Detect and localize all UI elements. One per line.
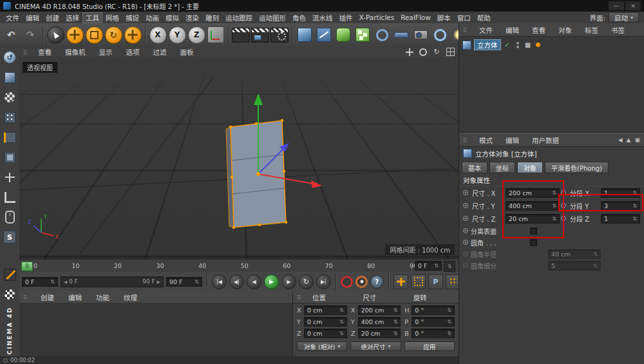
rotate-tool[interactable] [104,26,122,44]
position-y-field[interactable]: 0 cm [304,317,347,327]
menu-create[interactable]: 创建 [43,12,62,23]
anim-dot-icon[interactable] [561,190,566,195]
snap-button[interactable]: S [2,229,17,245]
material-menu-create[interactable]: 创建 [37,292,57,303]
next-frame-button[interactable] [281,274,296,289]
end-frame-field[interactable]: 90 F [166,277,202,287]
environment-button[interactable] [431,26,449,44]
loop-playback-button[interactable] [299,274,314,289]
previous-frame-button[interactable] [247,274,261,289]
viewport-menu-view[interactable]: 查看 [35,46,55,57]
render-settings-button[interactable] [270,26,289,44]
menu-edit[interactable]: 编辑 [23,12,43,23]
previous-key-button[interactable] [229,274,244,289]
panel-grip-icon[interactable] [23,293,30,301]
current-frame-field[interactable]: 0 F [22,277,58,287]
record-keyframe-button[interactable] [341,276,353,288]
pan-view-icon[interactable] [405,48,414,57]
panel-grip-icon[interactable] [463,136,469,144]
close-button[interactable]: × [625,1,641,10]
menu-simulate[interactable]: 模拟 [162,12,182,23]
panel-grip-icon[interactable] [463,26,469,34]
attr-size-x-field[interactable]: 200 cm [506,188,560,198]
tab-phong[interactable]: 平滑着色(Phong) [545,162,609,173]
menu-plugins[interactable]: 插件 [336,12,356,23]
om-menu-edit[interactable]: 编辑 [502,24,522,35]
fillet-checkbox[interactable] [530,239,537,246]
menu-character[interactable]: 角色 [289,12,309,23]
sculpt-brush-button[interactable] [2,267,17,282]
viewport-menu-cameras[interactable]: 摄像机 [62,46,89,57]
menu-realflow[interactable]: RealFlow [397,13,434,22]
lock-z-axis-button[interactable]: Z [187,26,205,44]
material-menu-texture[interactable]: 纹理 [120,292,140,303]
render-view-button[interactable] [232,26,250,44]
keyframe-help-button[interactable]: ? [370,275,384,289]
anim-dot-icon[interactable] [463,203,468,208]
scale-tool[interactable] [85,26,103,44]
size-y-field[interactable]: 400 cm [358,317,401,327]
object-list[interactable]: 立方体 ✓ ▦ [459,37,644,133]
rotate-view-icon[interactable]: ↻ [432,48,441,57]
goto-end-button[interactable] [316,274,331,289]
am-menu-mode[interactable]: 模式 [476,135,496,146]
tab-object[interactable]: 对象 [517,162,543,173]
apply-button[interactable]: 应用 [404,341,455,351]
play-button[interactable] [264,274,279,289]
autokey-button[interactable] [355,276,368,288]
points-mode-button[interactable] [2,110,17,125]
render-picture-viewer-button[interactable] [251,26,269,44]
viewport-solo-button[interactable] [2,209,17,225]
subdivision-surface-button[interactable] [334,26,352,44]
ruler-frame-spinner[interactable]: ⇅ [444,261,455,272]
material-menu-edit[interactable]: 编辑 [65,292,85,303]
polygons-mode-button[interactable] [2,149,17,165]
ruler-frame-field[interactable]: 0 F [415,261,442,271]
camera-button[interactable] [412,26,430,44]
menu-help[interactable]: 帮助 [474,12,494,23]
attr-segments-y-field[interactable]: 3 [601,201,640,211]
attr-segments-z-field[interactable]: 1 [601,214,640,224]
attr-size-y-field[interactable]: 400 cm [506,201,560,211]
om-menu-bookmarks[interactable]: 书签 [608,24,628,35]
menu-mograph[interactable]: 运动图形 [256,12,289,23]
edges-mode-button[interactable] [2,129,17,145]
om-menu-file[interactable]: 文件 [476,24,496,35]
am-menu-userdata[interactable]: 用户数据 [529,135,562,146]
material-menu-function[interactable]: 功能 [93,292,113,303]
minimize-button[interactable]: — [609,1,624,10]
panel-grip-icon[interactable] [297,293,303,301]
anim-dot-icon[interactable] [463,190,468,195]
om-menu-objects[interactable]: 对象 [555,24,575,35]
visibility-dots-icon[interactable] [514,41,522,49]
anim-dot-icon[interactable] [561,203,566,208]
om-menu-tags[interactable]: 标签 [582,24,601,35]
object-mode-dropdown[interactable]: 对象 (相对) [297,341,347,351]
interface-layout-dropdown[interactable]: 启动 [609,12,639,23]
goto-start-button[interactable] [212,274,227,289]
object-row-cube[interactable]: 立方体 ✓ ▦ [459,37,644,53]
menu-file[interactable]: 文件 [3,12,23,23]
frame-range-slider[interactable]: ◀ 0 F 90 F ▶ [61,276,164,287]
separate-surfaces-checkbox[interactable] [530,227,537,235]
record-scale-toggle[interactable] [411,274,426,289]
cloner-button[interactable] [354,26,372,44]
attr-segments-x-field[interactable]: 1 [601,188,640,198]
viewport-canvas[interactable]: Y X Z 透视视图 网格间距 : 1000 cm [19,57,459,259]
om-menu-view[interactable]: 查看 [529,24,549,35]
floor-button[interactable] [392,26,410,44]
last-used-tool-button[interactable] [124,26,142,44]
viewport-menu-display[interactable]: 显示 [96,46,116,57]
spline-pen-button[interactable] [315,26,333,44]
menu-animate[interactable]: 动画 [142,12,162,23]
spline-primitive-button[interactable] [373,26,391,44]
viewport-menu-filter[interactable]: 过滤 [150,46,170,57]
record-parameter-toggle[interactable]: P [428,274,443,289]
size-z-field[interactable]: 20 cm [358,329,401,338]
lock-y-axis-button[interactable]: Y [168,26,186,44]
rotation-h-field[interactable]: 0 ° [412,305,455,315]
toggle-views-icon[interactable] [446,48,455,57]
timeline-playhead[interactable]: 0 [21,262,33,271]
tab-coordinates[interactable]: 坐标 [489,162,515,173]
menu-window[interactable]: 窗口 [454,12,474,23]
